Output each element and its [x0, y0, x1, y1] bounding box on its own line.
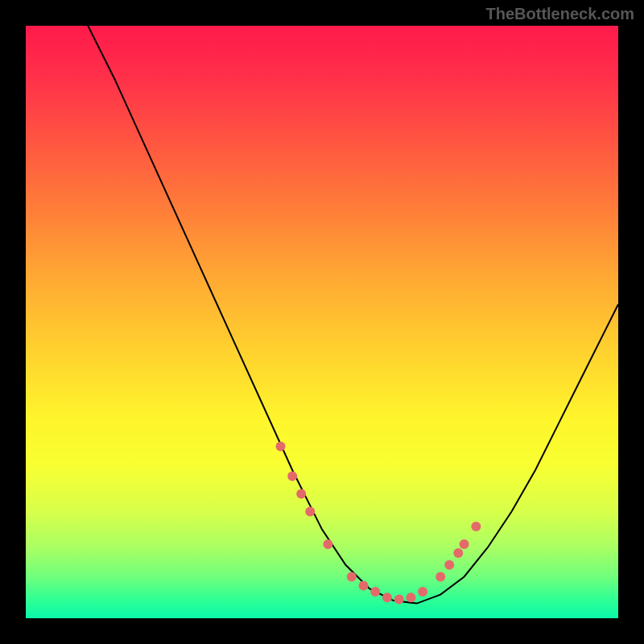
data-dot — [382, 592, 392, 602]
data-dot — [347, 572, 357, 582]
watermark-text: TheBottleneck.com — [486, 5, 634, 23]
data-dot — [453, 548, 463, 558]
data-dot — [296, 489, 306, 498]
data-dot — [359, 581, 369, 591]
data-dot — [436, 572, 445, 582]
data-dots-group — [276, 442, 481, 605]
data-dot — [276, 442, 286, 452]
data-dot — [418, 587, 427, 597]
data-dot — [323, 539, 332, 549]
data-dot — [305, 507, 315, 517]
data-dot — [287, 471, 297, 481]
data-dot — [406, 592, 415, 602]
chart-stage: TheBottleneck.com — [0, 0, 644, 644]
data-dot — [370, 587, 380, 597]
bottleneck-curve — [88, 26, 618, 604]
plot-svg — [26, 26, 618, 618]
data-dot — [460, 539, 469, 549]
data-dot — [394, 594, 404, 604]
plot-area — [26, 26, 618, 618]
data-dot — [444, 560, 454, 570]
data-dot — [471, 522, 481, 531]
